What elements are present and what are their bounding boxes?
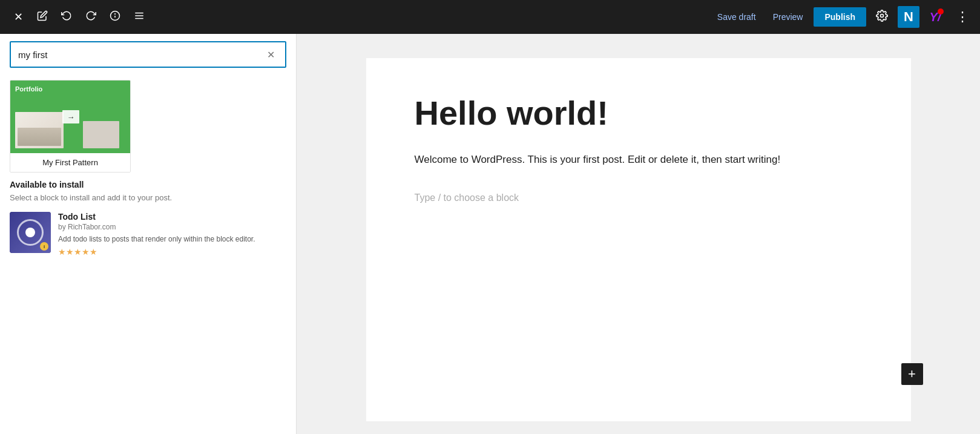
- plugin-item[interactable]: i Todo List by RichTabor.com Add todo li…: [10, 212, 286, 257]
- editor-content: Hello world! Welcome to WordPress. This …: [366, 58, 911, 421]
- photo-left: [15, 112, 64, 148]
- plugin-icon: i: [10, 212, 51, 253]
- arrow-overlay: →: [62, 110, 79, 123]
- add-block-button[interactable]: +: [901, 363, 923, 385]
- yoast-button[interactable]: Y/: [924, 6, 946, 28]
- toolbar-right: Save draft Preview Publish N Y/ ⋮: [711, 6, 973, 28]
- plugin-name: Todo List: [58, 212, 286, 222]
- search-clear-button[interactable]: ✕: [263, 47, 278, 62]
- list-icon: [134, 10, 145, 24]
- info-button[interactable]: [104, 6, 126, 28]
- search-box: ✕: [10, 41, 286, 68]
- plugin-description: Add todo lists to posts that render only…: [58, 234, 286, 245]
- clear-icon: ✕: [267, 49, 275, 61]
- plugin-stars: ★★★★★: [58, 247, 286, 257]
- more-icon: ⋮: [956, 9, 968, 25]
- toolbar: ✕: [0, 0, 980, 34]
- main-layout: ✕ Portfolio → My First Patter: [0, 34, 980, 434]
- plugin-author: by RichTabor.com: [58, 223, 286, 231]
- more-options-button[interactable]: ⋮: [951, 6, 973, 28]
- search-input[interactable]: [18, 50, 263, 60]
- preview-button[interactable]: Preview: [767, 8, 809, 25]
- n-logo-button[interactable]: N: [898, 6, 919, 28]
- yoast-status-dot: [938, 8, 944, 15]
- plugin-info: Todo List by RichTabor.com Add todo list…: [58, 212, 286, 257]
- pattern-thumbnail: Portfolio →: [10, 81, 131, 153]
- svg-point-6: [881, 14, 884, 17]
- save-draft-button[interactable]: Save draft: [711, 8, 762, 25]
- toolbar-left: ✕: [7, 6, 709, 28]
- block-placeholder[interactable]: Type / to choose a block: [415, 192, 863, 203]
- redo-button[interactable]: [80, 6, 102, 28]
- pattern-thumbnail-label: Portfolio: [15, 85, 42, 93]
- settings-button[interactable]: [871, 6, 893, 28]
- post-title[interactable]: Hello world!: [415, 94, 863, 132]
- available-title: Available to install: [10, 180, 286, 189]
- edit-icon: [37, 10, 48, 24]
- undo-icon: [61, 10, 72, 24]
- photo-right: [83, 121, 119, 148]
- editor-area[interactable]: Hello world! Welcome to WordPress. This …: [297, 34, 980, 434]
- available-subtitle: Select a block to install and add it to …: [10, 193, 286, 202]
- publish-button[interactable]: Publish: [814, 7, 866, 27]
- sidebar-scroll[interactable]: ✕ Portfolio → My First Patter: [0, 34, 296, 434]
- available-section: Available to install Select a block to i…: [10, 180, 286, 257]
- info-icon: [110, 10, 120, 24]
- pattern-name: My First Pattern: [10, 153, 130, 172]
- sidebar: ✕ Portfolio → My First Patter: [0, 34, 297, 434]
- close-button[interactable]: ✕: [7, 6, 29, 28]
- edit-button[interactable]: [31, 6, 53, 28]
- gear-icon: [876, 10, 888, 25]
- redo-icon: [85, 10, 96, 24]
- pattern-card[interactable]: Portfolio → My First Pattern: [10, 80, 131, 173]
- undo-button[interactable]: [56, 6, 77, 28]
- post-body[interactable]: Welcome to WordPress. This is your first…: [415, 151, 863, 169]
- list-view-button[interactable]: [128, 6, 150, 28]
